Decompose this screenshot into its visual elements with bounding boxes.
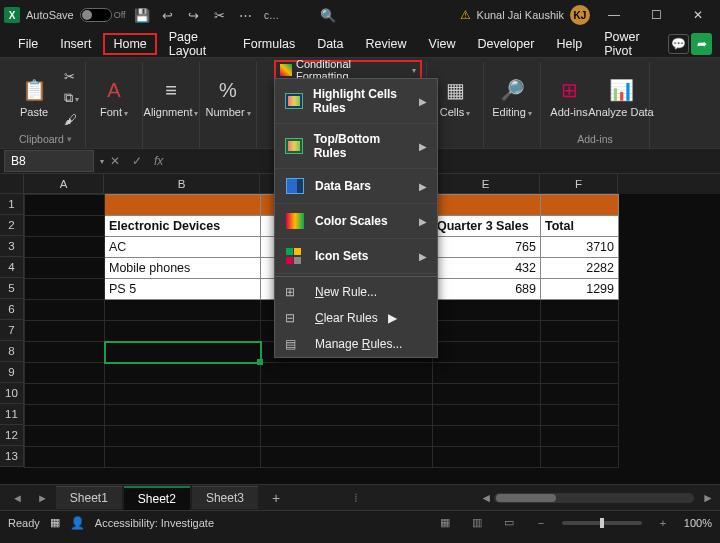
number-button[interactable]: % Number▾: [206, 77, 250, 118]
menu-highlight-cells-rules[interactable]: Highlight Cells Rules ▶: [275, 79, 437, 124]
row-header[interactable]: 10: [0, 383, 24, 404]
addins-button[interactable]: ⊞ Add-ins: [547, 77, 591, 118]
menu-data-bars[interactable]: Data Bars ▶: [275, 169, 437, 204]
accessibility-status[interactable]: Accessibility: Investigate: [95, 517, 214, 529]
cells-button[interactable]: ▦ Cells▾: [433, 77, 477, 118]
menu-manage-rules[interactable]: ▤ Manage Rules...: [275, 331, 437, 357]
cell[interactable]: 3710: [541, 237, 619, 258]
scroll-left-icon[interactable]: ◄: [480, 491, 492, 505]
col-header-e[interactable]: E: [432, 174, 540, 194]
autosave-toggle[interactable]: [80, 8, 112, 22]
editing-button[interactable]: 🔎 Editing▾: [490, 77, 534, 118]
tab-developer[interactable]: Developer: [467, 33, 544, 55]
cell[interactable]: Electronic Devices: [105, 216, 261, 237]
row-header[interactable]: 1: [0, 194, 24, 215]
row-header[interactable]: 5: [0, 278, 24, 299]
active-cell[interactable]: [105, 342, 261, 363]
format-painter-icon[interactable]: 🖌: [64, 112, 79, 127]
cell[interactable]: Mobile phones: [105, 258, 261, 279]
normal-view-icon[interactable]: ▦: [434, 516, 456, 529]
more-qat-icon[interactable]: ⋯: [236, 8, 256, 23]
row-header[interactable]: 6: [0, 299, 24, 320]
row-header[interactable]: 12: [0, 425, 24, 446]
menu-new-rule[interactable]: ⊞ NNew Rule...ew Rule...: [275, 279, 437, 305]
menu-top-bottom-rules[interactable]: Top/Bottom Rules ▶: [275, 124, 437, 169]
redo-icon[interactable]: ↪: [184, 8, 204, 23]
cell[interactable]: 765: [433, 237, 541, 258]
scroll-right-icon[interactable]: ►: [702, 491, 714, 505]
cell[interactable]: PS 5: [105, 279, 261, 300]
tab-review[interactable]: Review: [356, 33, 417, 55]
sheet-nav-prev-icon[interactable]: ◄: [6, 492, 29, 504]
sheet-nav-next-icon[interactable]: ►: [31, 492, 54, 504]
close-button[interactable]: ✕: [680, 8, 716, 22]
maximize-button[interactable]: ☐: [638, 8, 674, 22]
user-account[interactable]: Kunal Jai Kaushik KJ: [477, 5, 590, 25]
zoom-out-icon[interactable]: −: [530, 517, 552, 529]
cell[interactable]: AC: [105, 237, 261, 258]
fx-icon[interactable]: fx: [148, 154, 169, 168]
analyze-data-button[interactable]: 📊 Analyze Data: [599, 77, 643, 118]
row-header[interactable]: 3: [0, 236, 24, 257]
tab-help[interactable]: Help: [546, 33, 592, 55]
font-button[interactable]: A Font▾: [92, 77, 136, 118]
warning-icon[interactable]: ⚠: [460, 8, 471, 22]
menu-color-scales[interactable]: Color Scales ▶: [275, 204, 437, 239]
share-button[interactable]: ➦: [691, 33, 712, 55]
paste-button[interactable]: 📋 Paste: [12, 77, 56, 118]
copy-icon[interactable]: ⧉▾: [64, 90, 79, 106]
page-break-view-icon[interactable]: ▭: [498, 516, 520, 529]
macro-record-icon[interactable]: ▦: [50, 516, 60, 529]
comments-button[interactable]: 💬: [668, 34, 689, 54]
tab-page-layout[interactable]: Page Layout: [159, 26, 231, 62]
sheet-tab-sheet1[interactable]: Sheet1: [56, 486, 122, 509]
zoom-level[interactable]: 100%: [684, 517, 712, 529]
horizontal-scrollbar[interactable]: [494, 493, 694, 503]
minimize-button[interactable]: ―: [596, 8, 632, 22]
cell[interactable]: 689: [433, 279, 541, 300]
cell[interactable]: Total: [541, 216, 619, 237]
tab-home[interactable]: Home: [103, 33, 156, 55]
cell[interactable]: 432: [433, 258, 541, 279]
tab-power-pivot[interactable]: Power Pivot: [594, 26, 664, 62]
new-sheet-button[interactable]: +: [260, 490, 292, 506]
zoom-in-icon[interactable]: +: [652, 517, 674, 529]
col-header-f[interactable]: F: [540, 174, 618, 194]
sheet-tab-sheet2[interactable]: Sheet2: [124, 486, 190, 510]
menu-icon-sets[interactable]: Icon Sets ▶: [275, 239, 437, 274]
tab-file[interactable]: File: [8, 33, 48, 55]
tab-insert[interactable]: Insert: [50, 33, 101, 55]
row-headers[interactable]: 1 2 3 4 5 6 7 8 9 10 11 12 13: [0, 194, 24, 467]
tab-view[interactable]: View: [419, 33, 466, 55]
row-header[interactable]: 8: [0, 341, 24, 362]
enter-formula-icon[interactable]: ✓: [126, 154, 148, 168]
sheet-tab-sheet3[interactable]: Sheet3: [192, 486, 258, 509]
col-header-a[interactable]: A: [24, 174, 104, 194]
cell[interactable]: 2282: [541, 258, 619, 279]
row-header[interactable]: 7: [0, 320, 24, 341]
row-header[interactable]: 13: [0, 446, 24, 467]
tab-data[interactable]: Data: [307, 33, 353, 55]
page-layout-view-icon[interactable]: ▥: [466, 516, 488, 529]
qat-customize-icon[interactable]: c…: [262, 10, 282, 21]
zoom-slider[interactable]: [562, 521, 642, 525]
row-header[interactable]: 11: [0, 404, 24, 425]
col-header-b[interactable]: B: [104, 174, 260, 194]
undo-icon[interactable]: ↩: [158, 8, 178, 23]
tab-formulas[interactable]: Formulas: [233, 33, 305, 55]
accessibility-icon[interactable]: 👤: [70, 516, 85, 530]
alignment-button[interactable]: ≡ Alignment▾: [149, 77, 193, 118]
cancel-formula-icon[interactable]: ✕: [104, 154, 126, 168]
select-all-corner[interactable]: [0, 174, 24, 194]
cut-icon[interactable]: ✂: [210, 8, 230, 23]
row-header[interactable]: 9: [0, 362, 24, 383]
search-icon[interactable]: 🔍: [318, 8, 338, 23]
name-box[interactable]: B8: [4, 150, 94, 172]
save-icon[interactable]: 💾: [132, 8, 152, 23]
cut-icon-ribbon[interactable]: ✂: [64, 69, 79, 84]
cell[interactable]: Quarter 3 Sales: [433, 216, 541, 237]
conditional-formatting-button[interactable]: Conditional Formatting ▾: [274, 60, 422, 80]
row-header[interactable]: 4: [0, 257, 24, 278]
menu-clear-rules[interactable]: ⊟ Clear Rules ▶: [275, 305, 437, 331]
cell[interactable]: 1299: [541, 279, 619, 300]
